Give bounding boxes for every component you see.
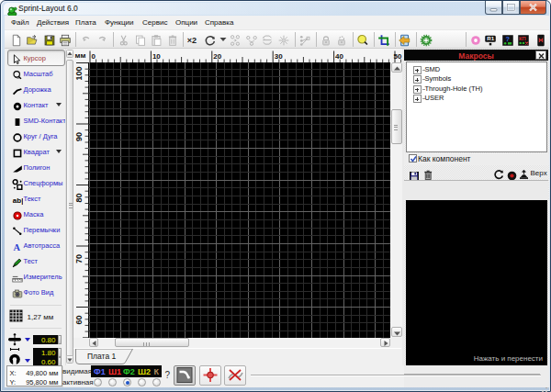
svg-text:40: 40 <box>335 51 343 60</box>
svg-text:20: 20 <box>213 51 221 60</box>
svg-text:90: 90 <box>74 131 84 140</box>
svg-text:70: 70 <box>74 253 84 263</box>
svg-text:60: 60 <box>74 315 84 324</box>
svg-text:0: 0 <box>92 51 96 60</box>
svg-text:×2: ×2 <box>186 36 196 45</box>
svg-text:R1: R1 <box>487 35 494 41</box>
svg-text:A: A <box>13 242 20 252</box>
svg-text:КП: КП <box>519 36 526 41</box>
svg-text:ab|: ab| <box>12 196 22 205</box>
svg-text:50: 50 <box>394 51 402 60</box>
svg-text:100: 100 <box>74 66 84 80</box>
svg-text:30: 30 <box>275 51 283 60</box>
svg-text:Плата 1: Плата 1 <box>87 352 116 361</box>
svg-text:?: ? <box>506 34 511 42</box>
svg-text:10: 10 <box>152 51 161 60</box>
svg-text:80: 80 <box>74 193 84 202</box>
